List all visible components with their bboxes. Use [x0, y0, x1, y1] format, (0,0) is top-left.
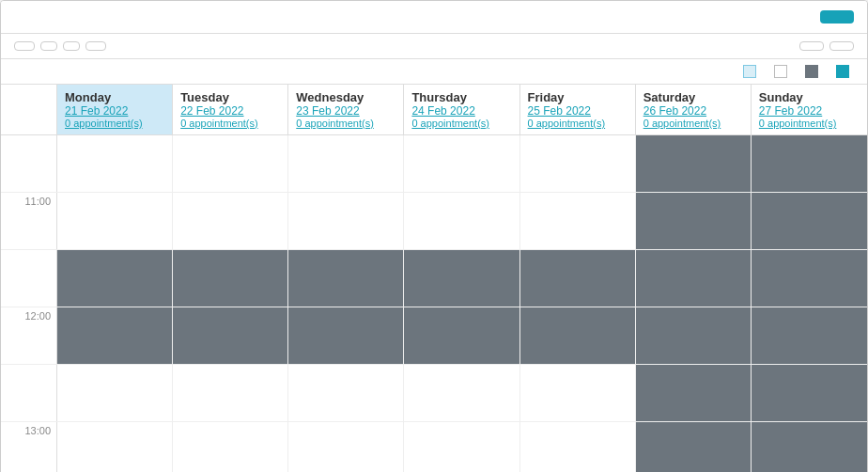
calendar-cell[interactable]	[288, 365, 404, 421]
today-button[interactable]	[14, 41, 35, 51]
next-button[interactable]	[63, 41, 80, 51]
calendar-cell[interactable]	[636, 307, 752, 364]
calendar-cell[interactable]	[173, 422, 288, 472]
calendar-cell[interactable]	[288, 193, 404, 249]
appointments-icon	[836, 65, 849, 78]
calendar-cell[interactable]	[752, 422, 867, 472]
calendar-cell[interactable]	[288, 250, 404, 307]
toolbar-left	[14, 41, 106, 51]
day-header-wednesday: Wednesday23 Feb 20220 appointment(s)	[288, 85, 404, 134]
time-label	[1, 135, 57, 192]
day-name: Sunday	[759, 90, 860, 104]
calendar-cell[interactable]	[636, 250, 752, 307]
legend-open	[774, 65, 792, 78]
calendar-cell[interactable]	[288, 135, 404, 192]
calendar-cell[interactable]	[752, 193, 867, 249]
toolbar	[1, 34, 867, 59]
calendar-cell[interactable]	[57, 135, 173, 192]
legend-closed	[805, 65, 823, 78]
calendar-cell[interactable]	[173, 135, 288, 192]
prev-button[interactable]	[40, 41, 57, 51]
time-label: 11:00	[1, 193, 57, 249]
week-selector-button[interactable]	[829, 41, 854, 51]
legend-current-day	[743, 65, 761, 78]
calendar-cell[interactable]	[636, 193, 752, 249]
time-label	[1, 250, 57, 307]
calendar-cell[interactable]	[404, 365, 519, 421]
day-date-link[interactable]: 21 Feb 2022	[65, 104, 164, 118]
time-row	[1, 135, 867, 193]
calendar-cell[interactable]	[57, 250, 173, 307]
calendar-cell[interactable]	[173, 193, 288, 249]
calendar-cell[interactable]	[752, 365, 867, 421]
calendar-cell[interactable]	[636, 422, 752, 472]
calendar-cell[interactable]	[520, 422, 636, 472]
calendar-cell[interactable]	[520, 250, 636, 307]
calendar-cell[interactable]	[173, 250, 288, 307]
day-header-tuesday: Tuesday22 Feb 20220 appointment(s)	[173, 85, 288, 134]
calendar-cell[interactable]	[57, 365, 173, 421]
calendar-cell[interactable]	[404, 307, 519, 364]
day-name: Wednesday	[296, 90, 395, 104]
calendar-cell[interactable]	[404, 135, 519, 192]
calendar-cell[interactable]	[636, 365, 752, 421]
calendar-grid: Monday21 Feb 20220 appointment(s)Tuesday…	[1, 85, 867, 472]
calendar-cell[interactable]	[752, 250, 867, 307]
day-name: Thursday	[411, 90, 511, 104]
time-gutter-header	[1, 85, 57, 134]
day-name: Saturday	[643, 90, 743, 104]
current-day-icon	[743, 65, 756, 78]
appointment-count[interactable]: 0 appointment(s)	[411, 118, 511, 129]
closed-icon	[805, 65, 818, 78]
legend-appointments	[836, 65, 854, 78]
calendar-cell[interactable]	[288, 422, 404, 472]
calendar-cell[interactable]	[404, 422, 519, 472]
day-header-saturday: Saturday26 Feb 20220 appointment(s)	[636, 85, 752, 134]
calendar-container: Monday21 Feb 20220 appointment(s)Tuesday…	[0, 0, 868, 472]
calendar-cell[interactable]	[636, 135, 752, 192]
legend	[1, 59, 867, 85]
calendar-cell[interactable]	[752, 307, 867, 364]
calendar-cell[interactable]	[752, 135, 867, 192]
day-date-link[interactable]: 26 Feb 2022	[643, 104, 743, 118]
appointment-count[interactable]: 0 appointment(s)	[296, 118, 395, 129]
day-headers-row: Monday21 Feb 20220 appointment(s)Tuesday…	[1, 85, 867, 135]
appointment-count[interactable]: 0 appointment(s)	[180, 118, 280, 129]
calendar-cell[interactable]	[173, 307, 288, 364]
day-header-friday: Friday25 Feb 20220 appointment(s)	[520, 85, 636, 134]
calendar-cell[interactable]	[57, 422, 173, 472]
time-row	[1, 365, 867, 422]
calendar-cell[interactable]	[520, 135, 636, 192]
day-date-link[interactable]: 23 Feb 2022	[296, 104, 395, 118]
calendar-cell[interactable]	[57, 307, 173, 364]
appointment-count[interactable]: 0 appointment(s)	[528, 118, 628, 129]
time-rows: 11:0012:0013:00	[1, 135, 867, 472]
calendar-cell[interactable]	[404, 193, 519, 249]
time-label	[1, 365, 57, 421]
appointment-count[interactable]: 0 appointment(s)	[759, 118, 860, 129]
day-header-monday: Monday21 Feb 20220 appointment(s)	[57, 85, 173, 134]
refresh-button[interactable]	[820, 10, 854, 24]
day-date-link[interactable]: 22 Feb 2022	[180, 104, 280, 118]
calendar-cell[interactable]	[520, 365, 636, 421]
calendar-cell[interactable]	[57, 193, 173, 249]
calendar-cell[interactable]	[404, 250, 519, 307]
time-row: 12:00	[1, 307, 867, 365]
time-row	[1, 250, 867, 307]
appointment-count[interactable]: 0 appointment(s)	[643, 118, 743, 129]
calendar-cell[interactable]	[288, 307, 404, 364]
calendar-cell[interactable]	[173, 365, 288, 421]
open-icon	[774, 65, 787, 78]
date-range-button[interactable]	[85, 41, 106, 51]
toolbar-right	[799, 41, 854, 51]
day-date-link[interactable]: 27 Feb 2022	[759, 104, 860, 118]
appointment-count[interactable]: 0 appointment(s)	[65, 118, 164, 129]
day-name: Monday	[65, 90, 164, 104]
day-date-link[interactable]: 24 Feb 2022	[411, 104, 511, 118]
calendar-cell[interactable]	[520, 193, 636, 249]
day-date-link[interactable]: 25 Feb 2022	[528, 104, 628, 118]
scheduling-details-button[interactable]	[799, 41, 824, 51]
header	[1, 1, 867, 34]
calendar-cell[interactable]	[520, 307, 636, 364]
day-name: Tuesday	[180, 90, 280, 104]
